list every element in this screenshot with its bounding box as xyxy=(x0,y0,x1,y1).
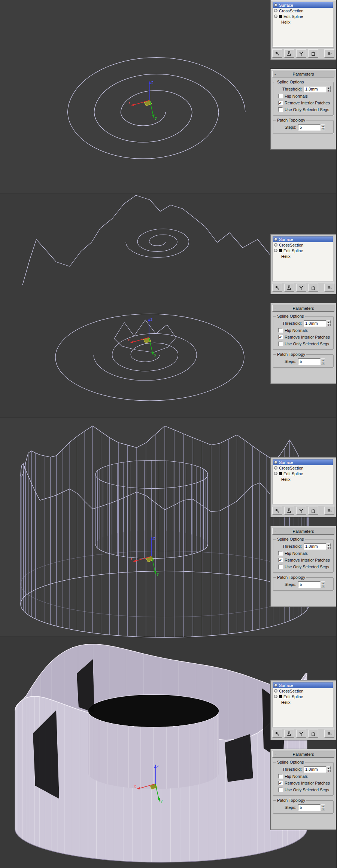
pin-stack-button[interactable] xyxy=(272,49,282,58)
modifier-bulb-icon[interactable] xyxy=(274,461,277,464)
remove-interior-patches-checkbox[interactable]: ✓ xyxy=(278,781,283,785)
spinner-up-icon[interactable]: ▲ xyxy=(327,320,331,323)
spinner-up-icon[interactable]: ▲ xyxy=(321,804,325,807)
spinner-up-icon[interactable]: ▲ xyxy=(327,86,331,89)
spinner-down-icon[interactable]: ▼ xyxy=(327,769,331,772)
stack-item-crosssection[interactable]: CrossSection xyxy=(273,688,333,694)
steps-input[interactable]: 5 xyxy=(298,804,321,811)
stack-item-edit-spline[interactable]: Edit Spline xyxy=(273,471,333,476)
steps-spinner[interactable]: ▲ ▼ xyxy=(321,124,325,130)
stack-item-helix[interactable]: Helix xyxy=(273,699,333,705)
modifier-stack-list[interactable]: Surface CrossSection Edit Spline Helix xyxy=(273,459,333,504)
rollout-header-parameters[interactable]: - Parameters xyxy=(272,305,334,312)
use-only-selected-segs-checkbox[interactable] xyxy=(278,342,283,346)
flip-normals-checkbox[interactable] xyxy=(278,551,283,556)
modifier-stack-list[interactable]: Surface CrossSection Edit Spline Helix xyxy=(273,682,333,727)
stack-item-surface[interactable]: Surface xyxy=(273,236,333,242)
stack-item-edit-spline[interactable]: Edit Spline xyxy=(273,13,333,19)
steps-spinner[interactable]: ▲ ▼ xyxy=(321,804,325,810)
stack-item-helix[interactable]: Helix xyxy=(273,476,333,482)
spinner-up-icon[interactable]: ▲ xyxy=(321,358,325,361)
stack-item-crosssection[interactable]: CrossSection xyxy=(273,8,333,13)
modifier-bulb-icon[interactable] xyxy=(274,689,277,693)
remove-modifier-button[interactable] xyxy=(308,49,318,58)
threshold-input[interactable]: 1.0mm xyxy=(304,543,326,550)
use-only-selected-segs-checkbox[interactable] xyxy=(278,788,283,792)
remove-modifier-button[interactable] xyxy=(308,507,318,515)
modifier-stack-list[interactable]: Surface CrossSection Edit Spline Helix xyxy=(273,2,333,47)
stack-item-edit-spline[interactable]: Edit Spline xyxy=(273,248,333,253)
flip-normals-checkbox[interactable] xyxy=(278,774,283,779)
show-end-result-button[interactable] xyxy=(284,284,294,292)
modifier-bulb-icon[interactable] xyxy=(274,3,277,7)
stack-item-edit-spline[interactable]: Edit Spline xyxy=(273,694,333,699)
configure-modifier-sets-button[interactable] xyxy=(324,730,334,738)
spinner-up-icon[interactable]: ▲ xyxy=(321,124,325,127)
spinner-down-icon[interactable]: ▼ xyxy=(321,361,325,364)
flip-normals-checkbox[interactable] xyxy=(278,94,283,98)
steps-spinner[interactable]: ▲ ▼ xyxy=(321,358,325,364)
stack-item-surface[interactable]: Surface xyxy=(273,682,333,688)
threshold-input[interactable]: 1.0mm xyxy=(304,320,326,327)
modifier-bulb-icon[interactable] xyxy=(274,472,277,475)
modifier-bulb-icon[interactable] xyxy=(274,15,277,18)
modifier-bulb-icon[interactable] xyxy=(274,695,277,698)
remove-interior-patches-checkbox[interactable]: ✓ xyxy=(278,558,283,562)
configure-modifier-sets-button[interactable] xyxy=(324,49,334,58)
spinner-down-icon[interactable]: ▼ xyxy=(321,127,325,130)
steps-input[interactable]: 5 xyxy=(298,358,321,365)
show-end-result-button[interactable] xyxy=(284,507,294,515)
spinner-down-icon[interactable]: ▼ xyxy=(327,546,331,549)
show-end-result-button[interactable] xyxy=(284,49,294,58)
rollout-header-parameters[interactable]: - Parameters xyxy=(272,528,334,535)
modifier-bulb-icon[interactable] xyxy=(274,9,277,12)
threshold-spinner[interactable]: ▲ ▼ xyxy=(327,766,331,772)
make-unique-button[interactable] xyxy=(296,49,306,58)
threshold-spinner[interactable]: ▲ ▼ xyxy=(327,86,331,92)
remove-interior-patches-checkbox[interactable]: ✓ xyxy=(278,335,283,339)
rollout-header-parameters[interactable]: - Parameters xyxy=(272,751,334,758)
spinner-up-icon[interactable]: ▲ xyxy=(327,543,331,546)
modifier-stack-list[interactable]: Surface CrossSection Edit Spline Helix xyxy=(273,236,333,281)
show-end-result-button[interactable] xyxy=(284,730,294,738)
threshold-spinner[interactable]: ▲ ▼ xyxy=(327,543,331,549)
stack-item-surface[interactable]: Surface xyxy=(273,2,333,8)
steps-input[interactable]: 5 xyxy=(298,124,321,131)
threshold-spinner[interactable]: ▲ ▼ xyxy=(327,320,331,326)
use-only-selected-segs-checkbox[interactable] xyxy=(278,107,283,112)
spinner-down-icon[interactable]: ▼ xyxy=(327,89,331,92)
configure-modifier-sets-button[interactable] xyxy=(324,507,334,515)
modifier-bulb-icon[interactable] xyxy=(274,249,277,252)
spinner-up-icon[interactable]: ▲ xyxy=(327,766,331,769)
configure-modifier-sets-button[interactable] xyxy=(324,284,334,292)
stack-item-surface[interactable]: Surface xyxy=(273,459,333,465)
stack-item-crosssection[interactable]: CrossSection xyxy=(273,242,333,248)
stack-item-crosssection[interactable]: CrossSection xyxy=(273,465,333,471)
modifier-bulb-icon[interactable] xyxy=(274,466,277,470)
pin-stack-button[interactable] xyxy=(272,730,282,738)
pin-stack-button[interactable] xyxy=(272,507,282,515)
stack-item-helix[interactable]: Helix xyxy=(273,253,333,259)
spinner-down-icon[interactable]: ▼ xyxy=(321,807,325,810)
make-unique-button[interactable] xyxy=(296,507,306,515)
spinner-up-icon[interactable]: ▲ xyxy=(321,581,325,584)
remove-interior-patches-checkbox[interactable]: ✓ xyxy=(278,101,283,105)
remove-modifier-button[interactable] xyxy=(308,730,318,738)
modifier-bulb-icon[interactable] xyxy=(274,243,277,247)
rollout-header-parameters[interactable]: - Parameters xyxy=(272,71,334,77)
make-unique-button[interactable] xyxy=(296,284,306,292)
stack-item-helix[interactable]: Helix xyxy=(273,19,333,25)
flip-normals-checkbox[interactable] xyxy=(278,328,283,333)
spinner-down-icon[interactable]: ▼ xyxy=(327,323,331,326)
steps-input[interactable]: 5 xyxy=(298,581,321,588)
make-unique-button[interactable] xyxy=(296,730,306,738)
pin-stack-button[interactable] xyxy=(272,284,282,292)
spinner-down-icon[interactable]: ▼ xyxy=(321,584,325,587)
threshold-input[interactable]: 1.0mm xyxy=(304,766,326,773)
steps-spinner[interactable]: ▲ ▼ xyxy=(321,581,325,587)
modifier-bulb-icon[interactable] xyxy=(274,684,277,687)
threshold-input[interactable]: 1.0mm xyxy=(304,86,326,92)
remove-modifier-button[interactable] xyxy=(308,284,318,292)
modifier-bulb-icon[interactable] xyxy=(274,238,277,241)
use-only-selected-segs-checkbox[interactable] xyxy=(278,565,283,569)
